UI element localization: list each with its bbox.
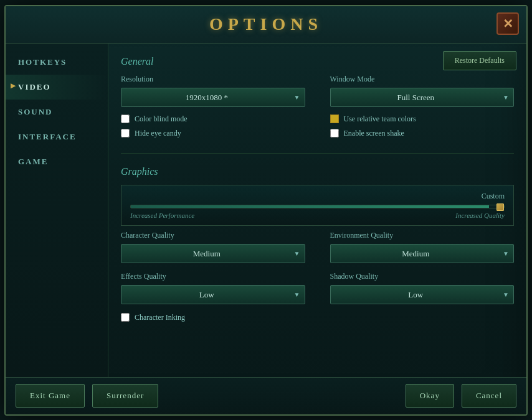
- char-quality-select[interactable]: Medium: [121, 244, 305, 263]
- resolution-dropdown-wrap: 1920x1080 * ▼: [121, 88, 305, 107]
- perf-label: Increased Performance: [130, 212, 194, 219]
- effects-quality-col: Effects Quality Low ▼: [121, 272, 305, 304]
- quality-end-label: Increased Quality: [455, 212, 505, 219]
- quality-ends-row: Increased Performance Increased Quality: [130, 212, 505, 219]
- quality-slider-fill: [131, 205, 489, 208]
- hide-eye-row: Hide eye candy: [121, 129, 305, 138]
- char-inking-row: Character Inking: [121, 313, 514, 322]
- graphics-section: Graphics Custom Increased Performance In…: [121, 153, 514, 322]
- graphics-section-title: Graphics: [121, 166, 514, 177]
- char-inking-label[interactable]: Character Inking: [135, 313, 185, 322]
- env-quality-select[interactable]: Medium: [330, 244, 515, 263]
- left-checkboxes: Color blind mode Hide eye candy: [121, 114, 305, 143]
- effects-quality-label: Effects Quality: [121, 272, 305, 281]
- color-blind-label[interactable]: Color blind mode: [135, 114, 188, 124]
- surrender-button[interactable]: Surrender: [92, 384, 158, 408]
- title-bar: OPTIONS ✕: [6, 6, 526, 44]
- restore-defaults-button[interactable]: Restore Defaults: [443, 51, 516, 70]
- sidebar-item-game[interactable]: GAME: [6, 149, 108, 174]
- resolution-col: Resolution 1920x1080 * ▼: [121, 75, 305, 107]
- bottom-bar: Exit Game Surrender Okay Cancel: [6, 377, 526, 414]
- shadow-quality-label: Shadow Quality: [330, 272, 515, 281]
- relative-team-row: Use relative team colors: [330, 114, 515, 124]
- hide-eye-checkbox[interactable]: [121, 129, 130, 138]
- color-blind-row: Color blind mode: [121, 114, 305, 124]
- effects-quality-select[interactable]: Low: [121, 285, 305, 304]
- okay-button[interactable]: Okay: [406, 384, 454, 408]
- checkboxes-row: Color blind mode Hide eye candy Use rela…: [121, 114, 514, 143]
- relative-team-label: Use relative team colors: [344, 114, 416, 124]
- char-inking-checkbox[interactable]: [121, 313, 130, 322]
- shadow-quality-select[interactable]: Low: [330, 285, 515, 304]
- right-checkboxes: Use relative team colors Enable screen s…: [330, 114, 515, 143]
- exit-game-button[interactable]: Exit Game: [16, 384, 85, 408]
- color-blind-checkbox[interactable]: [121, 114, 130, 123]
- content-area: Restore Defaults General Resolution 1920…: [108, 44, 526, 377]
- env-quality-wrap: Medium ▼: [330, 244, 515, 263]
- window-mode-dropdown-wrap: Full Screen ▼: [330, 88, 515, 107]
- env-quality-label: Environment Quality: [330, 231, 515, 240]
- screen-shake-checkbox[interactable]: [330, 129, 339, 138]
- sidebar: HOTKEYS VIDEO SOUND INTERFACE GAME: [6, 44, 108, 377]
- sidebar-item-sound[interactable]: SOUND: [6, 100, 108, 124]
- effects-quality-wrap: Low ▼: [121, 285, 305, 304]
- sidebar-item-hotkeys[interactable]: HOTKEYS: [6, 50, 108, 75]
- shadow-quality-col: Shadow Quality Low ▼: [330, 272, 515, 304]
- char-quality-wrap: Medium ▼: [121, 244, 305, 263]
- cancel-button[interactable]: Cancel: [462, 384, 516, 408]
- quality-dropdowns-grid: Character Quality Medium ▼ Environment Q…: [121, 231, 514, 304]
- close-button[interactable]: ✕: [496, 12, 519, 35]
- screen-shake-label[interactable]: Enable screen shake: [344, 129, 404, 138]
- quality-preset-row: Custom: [130, 192, 505, 201]
- quality-preset-label: Custom: [482, 192, 505, 201]
- modal-title: OPTIONS: [209, 14, 323, 34]
- shadow-quality-wrap: Low ▼: [330, 285, 515, 304]
- sidebar-item-interface[interactable]: INTERFACE: [6, 124, 108, 149]
- window-mode-col: Window Mode Full Screen ▼: [330, 75, 515, 107]
- relative-team-icon: [330, 114, 339, 123]
- char-quality-label: Character Quality: [121, 231, 305, 240]
- resolution-label: Resolution: [121, 75, 305, 84]
- options-modal: OPTIONS ✕ HOTKEYS VIDEO SOUND INTERFACE …: [4, 5, 528, 416]
- hide-eye-label[interactable]: Hide eye candy: [135, 129, 181, 138]
- quality-slider-wrap: Custom Increased Performance Increased Q…: [121, 185, 514, 226]
- char-quality-col: Character Quality Medium ▼: [121, 231, 305, 263]
- resolution-select[interactable]: 1920x1080 *: [121, 88, 305, 107]
- window-mode-label: Window Mode: [330, 75, 515, 84]
- quality-slider-track[interactable]: [130, 205, 505, 208]
- env-quality-col: Environment Quality Medium ▼: [330, 231, 515, 263]
- sidebar-item-video[interactable]: VIDEO: [6, 75, 108, 100]
- modal-body: HOTKEYS VIDEO SOUND INTERFACE GAME Resto…: [6, 44, 526, 377]
- res-windowmode-row: Resolution 1920x1080 * ▼ Window Mode Ful…: [121, 75, 514, 107]
- quality-slider-thumb[interactable]: [496, 203, 504, 211]
- screen-shake-row: Enable screen shake: [330, 129, 515, 138]
- window-mode-select[interactable]: Full Screen: [330, 88, 515, 107]
